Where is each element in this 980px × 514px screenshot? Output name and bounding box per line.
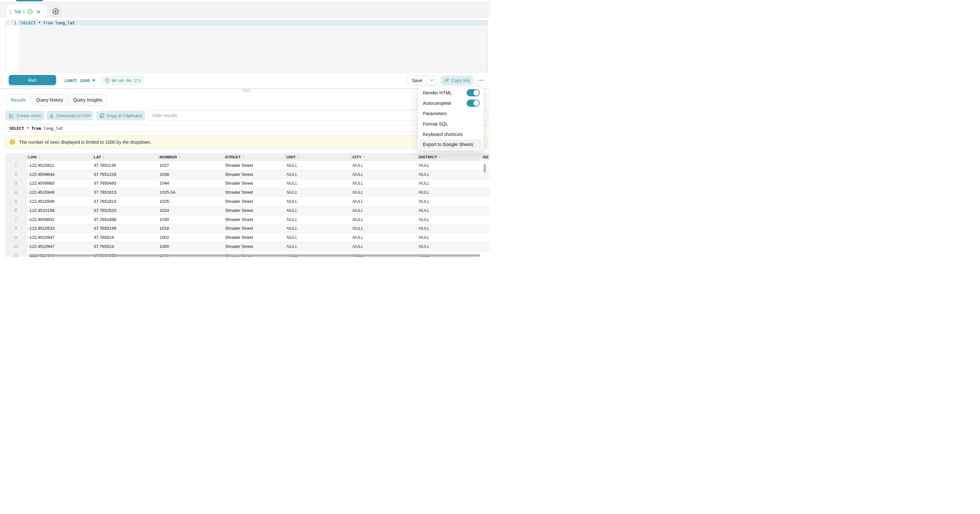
menu-item-autocomplete[interactable]: Autocomplete (418, 98, 484, 109)
cell: -122.4510947 (27, 242, 92, 251)
sort-icon[interactable]: ▴▾ (38, 156, 40, 159)
close-tab-icon[interactable] (36, 10, 41, 14)
query-timer-badge: 00:00:00.173 (102, 77, 144, 85)
column-resize-handle[interactable] (482, 155, 482, 159)
column-resize-handle[interactable] (285, 155, 286, 159)
column-header-district[interactable]: DISTRICT▴▾ (417, 153, 482, 161)
save-options-button[interactable] (427, 76, 436, 85)
clock-icon (105, 78, 110, 83)
tab-tab1[interactable]: Tab 1 (6, 4, 47, 19)
column-label: LON (28, 155, 37, 159)
column-header-city[interactable]: CITY▴▾ (351, 153, 417, 161)
limit-dropdown[interactable]: LIMIT: 1000 (65, 72, 95, 89)
row-number: 1 (5, 161, 27, 170)
cell: 1018 (158, 224, 224, 233)
tab-results[interactable]: Results (6, 94, 30, 106)
cell: 1025.0A (158, 188, 224, 196)
cell: 37.7652533 (92, 206, 158, 215)
sql-star: * (27, 126, 29, 131)
save-button[interactable]: Save (407, 76, 427, 85)
cell: 37.7650483 (92, 179, 158, 188)
column-header-street[interactable]: STREET▴▾ (224, 153, 285, 161)
sql-code-line[interactable]: SELECT*fromlong_lat (21, 21, 75, 26)
tab-query-history[interactable]: Query history (31, 94, 68, 106)
copy-icon (100, 113, 104, 118)
column-resize-handle[interactable] (351, 155, 352, 159)
download-csv-button[interactable]: Download to CSV (46, 111, 93, 120)
column-resize-handle[interactable] (224, 155, 224, 159)
cell: -122.4510156 (27, 206, 92, 215)
drag-grip-icon[interactable] (9, 10, 12, 14)
column-resize-handle[interactable] (27, 155, 27, 159)
sort-icon[interactable]: ▴▾ (103, 156, 104, 159)
sql-editor[interactable]: 1 SELECT*fromlong_lat (5, 20, 488, 72)
column-label: NUMBER (159, 155, 177, 159)
link-icon (444, 78, 449, 83)
table-header-row: LON▴▾LAT▴▾NUMBER▴▾STREET▴▾UNIT▴▾CITY▴▾DI… (5, 153, 490, 161)
copy-clipboard-button[interactable]: Copy to Clipboard (96, 111, 145, 120)
column-header-unit[interactable]: UNIT▴▾ (285, 153, 351, 161)
cell: 1027 (158, 161, 224, 170)
tab-query-insights[interactable]: Query Insights (69, 94, 107, 106)
cell: NULL (285, 233, 351, 242)
vertical-scrollbar[interactable] (484, 164, 486, 172)
column-resize-handle[interactable] (417, 155, 418, 159)
warning-icon: ! (10, 139, 15, 145)
column-header-re[interactable]: RE (482, 153, 490, 161)
column-resize-handle[interactable] (158, 155, 159, 159)
column-header-lon[interactable]: LON▴▾ (27, 153, 92, 161)
row-limit-warning-banner: ! The number of rows displayed is limite… (5, 136, 488, 148)
cell: 1024 (158, 206, 224, 215)
cell: NULL (351, 197, 417, 206)
table-row: 5-122.451594937.76518131025Shrader Stree… (5, 197, 490, 206)
editor-tab-bar: Tab 1 (0, 1, 490, 18)
copy-link-button[interactable]: Copy link (441, 76, 473, 85)
menu-item-parameters[interactable]: Parameters (418, 109, 484, 119)
column-header-lat[interactable]: LAT▴▾ (92, 153, 158, 161)
cell: Shrader Street (224, 179, 285, 188)
table-body: 1-122.451581137.76511351027Shrader Stree… (5, 161, 490, 257)
new-tab-button[interactable] (49, 5, 62, 18)
render-html-toggle[interactable] (467, 89, 480, 96)
cell: 1002 (158, 233, 224, 242)
menu-item-render-html[interactable]: Render HTML (418, 88, 484, 98)
sort-icon[interactable]: ▴▾ (298, 156, 299, 159)
cell: Shrader Street (224, 161, 285, 170)
cell (482, 242, 490, 251)
autocomplete-toggle[interactable] (467, 100, 480, 107)
cell: NULL (417, 197, 482, 206)
sort-icon[interactable]: ▴▾ (179, 156, 180, 159)
cell: NULL (351, 233, 417, 242)
resize-handle[interactable] (242, 89, 251, 93)
query-success-icon (27, 9, 33, 14)
menu-item-format-sql[interactable]: Format SQL (418, 119, 484, 129)
cell (482, 188, 490, 196)
cell (482, 215, 490, 224)
limit-value: 1000 (80, 78, 90, 83)
column-resize-handle[interactable] (92, 155, 93, 159)
run-button[interactable]: Run (9, 75, 56, 85)
cell: -122.4510533 (27, 224, 92, 233)
sql-star: * (38, 21, 41, 25)
menu-item-keyboard-shortcuts[interactable]: Keyboard shortcuts (418, 129, 484, 139)
more-options-button[interactable] (476, 76, 486, 85)
cell: NULL (351, 179, 417, 188)
menu-item-label: Autocomplete (423, 101, 467, 106)
active-line-highlight (19, 21, 487, 26)
sort-icon[interactable]: ▴▾ (439, 156, 441, 159)
tab-label: Tab 1 (14, 9, 25, 14)
cell (482, 224, 490, 233)
sort-icon[interactable]: ▴▾ (243, 156, 244, 159)
row-number: 6 (5, 206, 27, 215)
column-header-number[interactable]: NUMBER▴▾ (158, 153, 224, 161)
cell: NULL (351, 188, 417, 196)
menu-item-label: Export to Google Sheets (423, 142, 478, 147)
row-number: 3 (5, 179, 27, 188)
cell: NULL (285, 188, 351, 196)
cell: NULL (417, 206, 482, 215)
menu-item-export-google-sheets[interactable]: Export to Google Sheets (420, 139, 482, 149)
menu-item-label: Render HTML (423, 90, 467, 96)
create-chart-button[interactable]: Create chart (5, 111, 45, 120)
horizontal-scrollbar[interactable] (29, 254, 480, 257)
sort-icon[interactable]: ▴▾ (364, 156, 365, 159)
